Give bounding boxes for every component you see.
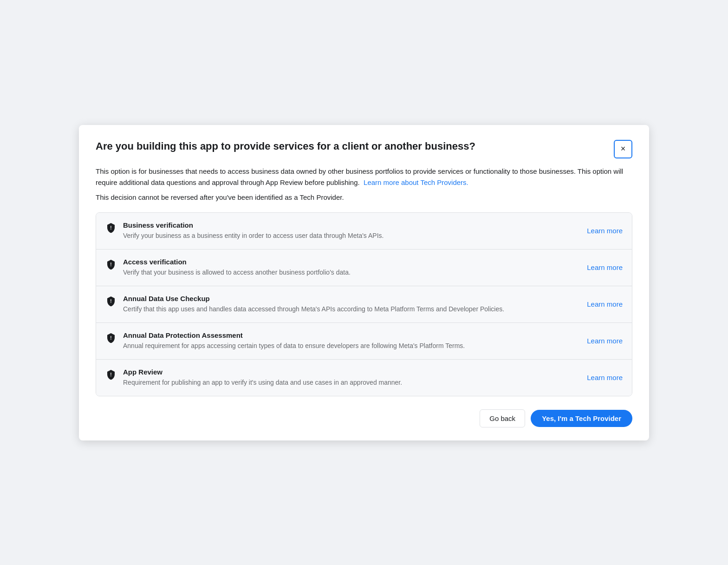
- requirement-learn-more-link[interactable]: Learn more: [587, 300, 623, 308]
- requirement-learn-more-link[interactable]: Learn more: [587, 227, 623, 235]
- requirement-title: Annual Data Protection Assessment: [123, 331, 576, 339]
- requirement-left: ! App Review Requirement for publishing …: [105, 368, 576, 388]
- requirement-content: Annual Data Protection Assessment Annual…: [123, 331, 576, 351]
- modal-header: Are you building this app to provide ser…: [96, 140, 632, 158]
- shield-icon: !: [105, 259, 117, 270]
- modal-dialog: Are you building this app to provide ser…: [79, 125, 649, 440]
- irreversible-note: This decision cannot be reversed after y…: [96, 192, 632, 203]
- requirement-left: ! Annual Data Protection Assessment Annu…: [105, 331, 576, 351]
- requirement-description: Certify that this app uses and handles d…: [123, 304, 576, 314]
- shield-icon: !: [105, 222, 117, 233]
- requirement-learn-more-link[interactable]: Learn more: [587, 263, 623, 271]
- shield-icon: !: [105, 332, 117, 343]
- confirm-tech-provider-button[interactable]: Yes, I'm a Tech Provider: [531, 410, 632, 427]
- modal-description: This option is for businesses that needs…: [96, 166, 632, 188]
- requirement-learn-more-link[interactable]: Learn more: [587, 374, 623, 381]
- requirement-description: Verify that your business is allowed to …: [123, 268, 576, 277]
- requirement-title: Access verification: [123, 258, 576, 266]
- requirement-description: Verify your business as a business entit…: [123, 231, 576, 241]
- requirement-left: ! Business verification Verify your busi…: [105, 221, 576, 241]
- requirement-content: App Review Requirement for publishing an…: [123, 368, 576, 388]
- requirement-content: Access verification Verify that your bus…: [123, 258, 576, 277]
- close-button[interactable]: ×: [614, 140, 632, 158]
- requirement-left: ! Access verification Verify that your b…: [105, 258, 576, 277]
- tech-providers-link[interactable]: Learn more about Tech Providers.: [364, 178, 468, 186]
- requirement-item: ! App Review Requirement for publishing …: [96, 360, 632, 396]
- requirement-description: Requirement for publishing an app to ver…: [123, 378, 576, 388]
- modal-footer: Go back Yes, I'm a Tech Provider: [96, 409, 632, 427]
- requirement-content: Annual Data Use Checkup Certify that thi…: [123, 295, 576, 314]
- requirement-title: Annual Data Use Checkup: [123, 295, 576, 302]
- svg-text:!: !: [110, 262, 111, 267]
- requirement-description: Annual requirement for apps accessing ce…: [123, 341, 576, 351]
- requirement-content: Business verification Verify your busine…: [123, 221, 576, 241]
- requirement-item: ! Annual Data Use Checkup Certify that t…: [96, 286, 632, 323]
- requirement-learn-more-link[interactable]: Learn more: [587, 337, 623, 345]
- requirement-item: ! Business verification Verify your busi…: [96, 213, 632, 250]
- requirement-title: App Review: [123, 368, 576, 376]
- requirement-item: ! Access verification Verify that your b…: [96, 250, 632, 286]
- requirement-title: Business verification: [123, 221, 576, 229]
- requirement-left: ! Annual Data Use Checkup Certify that t…: [105, 295, 576, 314]
- modal-title: Are you building this app to provide ser…: [96, 140, 614, 153]
- go-back-button[interactable]: Go back: [480, 409, 525, 427]
- requirement-item: ! Annual Data Protection Assessment Annu…: [96, 323, 632, 360]
- svg-text:!: !: [110, 372, 111, 377]
- svg-text:!: !: [110, 299, 111, 304]
- shield-icon: !: [105, 296, 117, 307]
- svg-text:!: !: [110, 335, 111, 341]
- modal-description-text: This option is for businesses that needs…: [96, 167, 623, 186]
- svg-text:!: !: [110, 225, 111, 230]
- shield-icon: !: [105, 369, 117, 380]
- requirements-list: ! Business verification Verify your busi…: [96, 212, 632, 396]
